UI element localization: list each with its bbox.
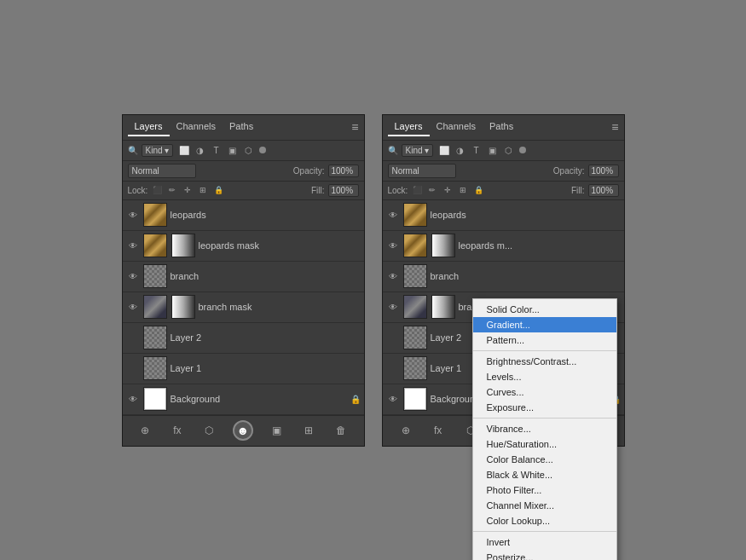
left-panel-menu-icon[interactable]: ≡: [351, 120, 358, 134]
visibility-icon-leopards-mask-r[interactable]: 👁: [386, 239, 400, 252]
layer-item-leopards-mask[interactable]: 👁 leopards mask: [123, 231, 364, 262]
tab-layers-right[interactable]: Layers: [388, 118, 430, 136]
menu-item-invert[interactable]: Invert: [473, 534, 616, 550]
menu-item-pattern[interactable]: Pattern...: [473, 332, 616, 348]
tab-paths-left[interactable]: Paths: [223, 118, 260, 136]
lock-position-icon-right[interactable]: ⊞: [457, 184, 469, 196]
thumb-background: [143, 387, 167, 411]
menu-item-color-lookup[interactable]: Color Lookup...: [473, 513, 616, 528]
right-panel-tabs: Layers Channels Paths ≡: [383, 115, 624, 141]
lock-all-icon[interactable]: 🔒: [212, 184, 224, 196]
visibility-icon-layer2-r[interactable]: 👁: [386, 331, 400, 344]
link-icon[interactable]: ⊕: [136, 422, 153, 439]
fill-value-left[interactable]: 100%: [328, 184, 359, 197]
link-icon-r[interactable]: ⊕: [397, 422, 414, 439]
menu-item-hue-saturation[interactable]: Hue/Saturation...: [473, 436, 616, 452]
type-filter-icon[interactable]: T: [211, 144, 223, 156]
menu-item-posterize[interactable]: Posterize...: [473, 550, 616, 561]
kind-dropdown-right[interactable]: Kind ▾: [402, 144, 433, 157]
lock-artboard-icon[interactable]: ✛: [182, 184, 194, 196]
pixel-filter-icon[interactable]: ⬜: [178, 144, 190, 156]
pixel-filter-icon-right[interactable]: ⬜: [438, 144, 450, 156]
menu-item-vibrance[interactable]: Vibrance...: [473, 421, 616, 436]
menu-item-channel-mixer[interactable]: Channel Mixer...: [473, 498, 616, 513]
left-panel-footer: ⊕ fx ⬡ ☻ ▣ ⊞ 🗑: [123, 415, 364, 446]
background-lock-icon: 🔒: [350, 395, 361, 404]
smart-filter-icon-right[interactable]: ⬡: [503, 144, 515, 156]
tab-channels-left[interactable]: Channels: [170, 118, 223, 136]
fx-icon[interactable]: fx: [169, 422, 186, 439]
blend-mode-dropdown-right[interactable]: Normal: [388, 164, 456, 178]
left-panel-tabs: Layers Channels Paths ≡: [123, 115, 364, 141]
visibility-icon-background[interactable]: 👁: [126, 392, 140, 406]
layer-item-branch-mask[interactable]: 👁 branch mask: [123, 292, 364, 323]
menu-item-curves[interactable]: Curves...: [473, 384, 616, 400]
lock-pixels-icon[interactable]: ⬛: [151, 184, 163, 196]
visibility-icon-layer1[interactable]: 👁: [126, 361, 140, 375]
opacity-value-left[interactable]: 100%: [328, 165, 359, 177]
layer-item-branch[interactable]: 👁 branch: [123, 262, 364, 292]
blend-mode-dropdown-left[interactable]: Normal: [128, 164, 196, 178]
group-icon[interactable]: ▣: [269, 422, 286, 439]
visibility-icon-branch-mask-r[interactable]: 👁: [386, 300, 400, 314]
kind-dropdown-left[interactable]: Kind ▾: [142, 144, 173, 157]
lock-move-icon[interactable]: ✏: [166, 184, 178, 196]
menu-item-photo-filter[interactable]: Photo Filter...: [473, 482, 616, 498]
opacity-label-right: Opacity:: [553, 166, 585, 176]
menu-item-color-balance[interactable]: Color Balance...: [473, 452, 616, 467]
menu-item-exposure[interactable]: Exposure...: [473, 400, 616, 415]
layer-item-background[interactable]: 👁 Background 🔒: [123, 384, 364, 415]
tab-channels-right[interactable]: Channels: [430, 118, 483, 136]
new-layer-icon[interactable]: ⊞: [300, 422, 317, 439]
lock-move-icon-right[interactable]: ✏: [426, 184, 438, 196]
menu-item-black-white[interactable]: Black & White...: [473, 467, 616, 482]
adjustment-filter-icon[interactable]: ◑: [194, 144, 206, 156]
type-filter-icon-right[interactable]: T: [471, 144, 483, 156]
visibility-icon-leopards-r[interactable]: 👁: [386, 208, 400, 222]
fx-icon-r[interactable]: fx: [430, 422, 447, 439]
shape-filter-icon[interactable]: ▣: [227, 144, 239, 156]
visibility-icon-branch[interactable]: 👁: [126, 269, 140, 283]
thumb-leopards-mask2: [171, 234, 195, 257]
visibility-icon-leopards[interactable]: 👁: [126, 208, 140, 222]
visibility-icon-branch-r[interactable]: 👁: [386, 269, 400, 283]
lock-artboard-icon-right[interactable]: ✛: [442, 184, 454, 196]
menu-item-brightness[interactable]: Brightness/Contrast...: [473, 354, 616, 369]
lock-pixels-icon-right[interactable]: ⬛: [411, 184, 423, 196]
tab-paths-right[interactable]: Paths: [483, 118, 520, 136]
lock-position-icon[interactable]: ⊞: [197, 184, 209, 196]
tab-layers-left[interactable]: Layers: [128, 118, 170, 136]
visibility-icon-layer2[interactable]: 👁: [126, 331, 140, 344]
visibility-icon-layer1-r[interactable]: 👁: [386, 361, 400, 375]
layer-item-layer2[interactable]: 👁 Layer 2: [123, 323, 364, 354]
filter-icons: ⬜ ◑ T ▣ ⬡: [178, 144, 266, 156]
fill-value-right[interactable]: 100%: [588, 184, 619, 197]
blend-opacity-row-right: Normal Opacity: 100%: [383, 161, 624, 182]
lock-all-icon-right[interactable]: 🔒: [472, 184, 484, 196]
adjustment-filter-icon-right[interactable]: ◑: [454, 144, 466, 156]
add-adjustment-button[interactable]: ☻: [233, 420, 253, 441]
layer-item-leopards-mask-r[interactable]: 👁 leopards m...: [383, 231, 624, 262]
opacity-value-right[interactable]: 100%: [588, 165, 619, 177]
menu-item-gradient[interactable]: Gradient...: [473, 317, 616, 332]
visibility-icon-leopards-mask[interactable]: 👁: [126, 239, 140, 252]
delete-layer-icon[interactable]: 🗑: [333, 422, 350, 439]
thumb-layer1-r: [403, 356, 427, 380]
layer-item-leopards[interactable]: 👁 leopards: [123, 200, 364, 231]
shape-filter-icon-right[interactable]: ▣: [487, 144, 499, 156]
visibility-icon-branch-mask[interactable]: 👁: [126, 300, 140, 314]
visibility-icon-background-r[interactable]: 👁: [386, 392, 400, 406]
menu-item-levels[interactable]: Levels...: [473, 369, 616, 384]
thumb-leopards-mask: [143, 234, 167, 257]
thumb-branch-mask: [171, 295, 195, 319]
filter-icons-right: ⬜ ◑ T ▣ ⬡: [438, 144, 526, 156]
right-layers-panel: Layers Channels Paths ≡ 🔍 Kind ▾ ⬜ ◑ T ▣…: [382, 114, 625, 447]
blend-opacity-row-left: Normal Opacity: 100%: [123, 161, 364, 182]
mask-icon[interactable]: ⬡: [200, 422, 217, 439]
smart-filter-icon[interactable]: ⬡: [243, 144, 255, 156]
layer-item-branch-r[interactable]: 👁 branch: [383, 262, 624, 292]
layer-item-leopards-r[interactable]: 👁 leopards: [383, 200, 624, 231]
right-panel-menu-icon[interactable]: ≡: [611, 120, 618, 134]
layer-item-layer1[interactable]: 👁 Layer 1: [123, 354, 364, 384]
menu-item-solid-color[interactable]: Solid Color...: [473, 302, 616, 317]
